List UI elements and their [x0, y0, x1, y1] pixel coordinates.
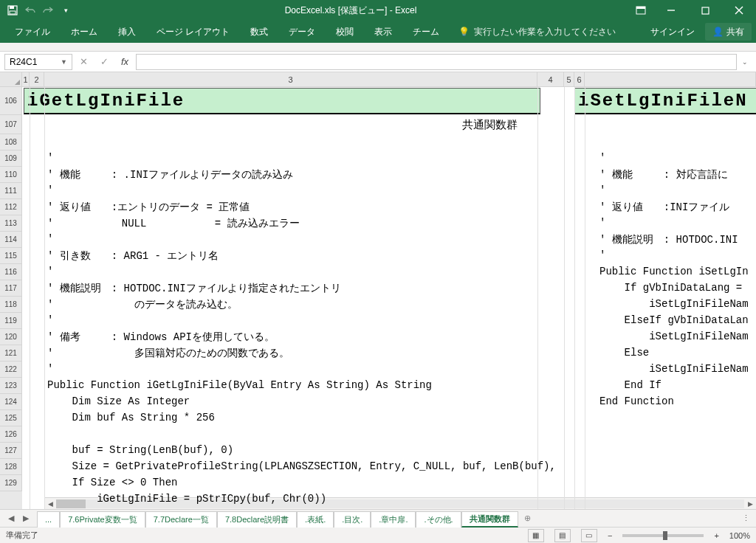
- zoom-level[interactable]: 100%: [729, 531, 750, 540]
- tab-more-icon[interactable]: ⋮: [736, 513, 756, 523]
- code-line: iSetLgIniFileNam: [599, 363, 749, 375]
- tab-pagelayout[interactable]: ページ レイアウト: [146, 21, 240, 43]
- chevron-down-icon[interactable]: ▼: [61, 58, 67, 66]
- ribbon-options-icon[interactable]: [628, 0, 654, 21]
- tab-ellipsis[interactable]: ...: [37, 511, 60, 528]
- sheet-tab[interactable]: .目次.: [334, 511, 371, 528]
- view-pagebreak-icon[interactable]: ▭: [581, 529, 597, 542]
- add-sheet-icon[interactable]: ⊕: [518, 513, 537, 523]
- sheet-tab[interactable]: .その他.: [416, 511, 461, 528]
- row-header[interactable]: 120: [0, 329, 22, 345]
- minimize-button[interactable]: [654, 0, 688, 21]
- code-line: ': [47, 152, 53, 164]
- tell-me-search[interactable]: 💡 実行したい作業を入力してください: [450, 26, 616, 38]
- tab-file[interactable]: ファイル: [4, 21, 61, 43]
- row-header[interactable]: 114: [0, 232, 22, 248]
- tab-nav-next-icon[interactable]: ▶: [19, 513, 32, 523]
- tab-data[interactable]: データ: [278, 21, 326, 43]
- sheet-tab[interactable]: .章中扉.: [371, 511, 416, 528]
- column-header[interactable]: 2: [30, 72, 44, 87]
- code-line: ': [599, 249, 605, 261]
- row-header[interactable]: 124: [0, 394, 22, 410]
- code-line: Public Function iSetLgIn: [599, 266, 749, 277]
- row-header[interactable]: 113: [0, 215, 22, 232]
- tab-formulas[interactable]: 数式: [240, 21, 278, 43]
- row-header[interactable]: 111: [0, 183, 22, 199]
- row-header[interactable]: 117: [0, 280, 22, 297]
- row-header[interactable]: 108: [0, 134, 22, 151]
- row-header[interactable]: 109: [0, 151, 22, 167]
- fx-icon[interactable]: fx: [115, 54, 134, 70]
- column-header[interactable]: 6: [574, 72, 585, 87]
- close-button[interactable]: [722, 0, 756, 21]
- worksheet-grid[interactable]: 123456 106107108109110111112113114115116…: [0, 72, 756, 509]
- formula-input[interactable]: [136, 54, 737, 70]
- view-normal-icon[interactable]: ▦: [528, 529, 544, 542]
- share-button[interactable]: 👤 共有: [705, 23, 752, 41]
- redo-icon[interactable]: [40, 2, 56, 18]
- undo-icon[interactable]: [22, 2, 38, 18]
- column-header[interactable]: 1: [22, 72, 30, 87]
- row-header[interactable]: 121: [0, 345, 22, 362]
- formula-enter-icon[interactable]: ✓: [94, 54, 114, 70]
- sheet-tab[interactable]: .表紙.: [297, 511, 334, 528]
- status-bar: 準備完了 ▦ ▤ ▭ − + 100%: [0, 527, 756, 543]
- tab-team[interactable]: チーム: [402, 21, 450, 43]
- code-line: Public Function iGetLgIniFile(ByVal Entr…: [47, 379, 432, 391]
- row-header[interactable]: 127: [0, 443, 22, 459]
- view-pagelayout-icon[interactable]: ▤: [554, 529, 571, 542]
- column-headers: 123456: [0, 72, 756, 87]
- row-header[interactable]: 122: [0, 362, 22, 378]
- column-header[interactable]: [585, 72, 756, 87]
- maximize-button[interactable]: [688, 0, 722, 21]
- save-icon[interactable]: [4, 2, 21, 18]
- qat-customize-icon[interactable]: ▾: [58, 2, 74, 18]
- row-header[interactable]: 129: [0, 475, 22, 491]
- row-header[interactable]: 106: [0, 87, 22, 115]
- section-subheader: 共通関数群: [462, 118, 518, 132]
- person-icon: 👤: [712, 27, 724, 37]
- zoom-in-icon[interactable]: +: [714, 531, 718, 540]
- formula-bar: R24C1 ▼ ✕ ✓ fx ⌄: [0, 52, 756, 72]
- scroll-right-icon[interactable]: ▶: [744, 500, 756, 508]
- cells-area[interactable]: iGetLgIniFile iSetLgIniFileN 共通関数群 ◀ ▶ '…: [22, 87, 756, 509]
- code-line: ' 返り値 :INIファイル: [599, 201, 729, 214]
- name-box[interactable]: R24C1 ▼: [4, 54, 72, 70]
- row-header[interactable]: 119: [0, 313, 22, 329]
- formula-cancel-icon[interactable]: ✕: [74, 54, 93, 70]
- row-header[interactable]: 128: [0, 459, 22, 475]
- formula-expand-icon[interactable]: ⌄: [738, 58, 752, 66]
- row-header[interactable]: 118: [0, 297, 22, 313]
- tab-review[interactable]: 校閲: [326, 21, 364, 43]
- sheet-tab-active[interactable]: 共通関数群: [461, 511, 518, 528]
- code-line: ' 返り値 :エントリのデータ = 正常値: [47, 201, 250, 214]
- row-header[interactable]: 126: [0, 426, 22, 443]
- row-header[interactable]: 116: [0, 264, 22, 280]
- zoom-slider[interactable]: [622, 534, 704, 537]
- code-line: buf = String(LenB(buf), 0): [47, 444, 233, 456]
- code-line: End Function: [599, 395, 674, 407]
- column-header[interactable]: 3: [44, 72, 537, 87]
- signin-link[interactable]: サインイン: [640, 26, 705, 38]
- row-header[interactable]: 123: [0, 378, 22, 394]
- row-header[interactable]: 110: [0, 167, 22, 183]
- zoom-out-icon[interactable]: −: [608, 531, 612, 540]
- select-all-corner[interactable]: [0, 72, 22, 87]
- row-header[interactable]: 125: [0, 410, 22, 426]
- sheet-tab[interactable]: 7.7Declare一覧: [145, 511, 217, 528]
- sheet-tab[interactable]: 7.8Declare説明書: [217, 511, 297, 528]
- quick-access-toolbar: ▾: [0, 2, 74, 18]
- row-header[interactable]: 112: [0, 199, 22, 215]
- tab-nav-prev-icon[interactable]: ◀: [4, 513, 18, 523]
- window-title: DocExcel.xls [保護ビュー] - Excel: [74, 4, 628, 17]
- sheet-tab[interactable]: 7.6Private変数一覧: [60, 511, 145, 528]
- column-header[interactable]: 4: [537, 72, 564, 87]
- tab-home[interactable]: ホーム: [61, 21, 108, 43]
- code-line: ' 機能説明 : HOTDOC.INIファイルより指定されたエントリ: [47, 282, 341, 295]
- row-header[interactable]: 115: [0, 248, 22, 264]
- code-line: ' 機能説明 : HOTDOC.INI: [599, 233, 738, 246]
- row-header[interactable]: 107: [0, 115, 22, 134]
- tab-view[interactable]: 表示: [364, 21, 402, 43]
- tab-insert[interactable]: 挿入: [108, 21, 146, 43]
- column-header[interactable]: 5: [564, 72, 574, 87]
